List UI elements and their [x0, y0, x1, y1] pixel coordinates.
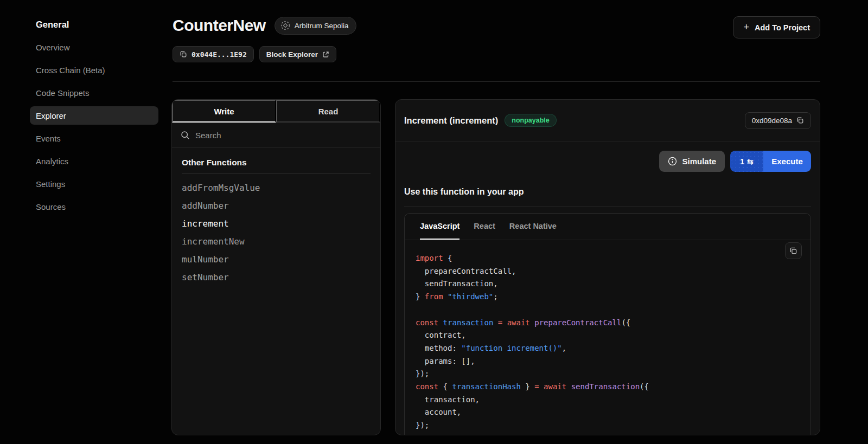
function-item-incrementnew[interactable]: incrementNew [182, 236, 371, 247]
sidebar-item-sources[interactable]: Sources [30, 197, 158, 216]
function-selector-chip[interactable]: 0xd09de08a [745, 112, 811, 129]
functions-panel: WriteRead Other Functions addFromMsgValu… [171, 99, 381, 435]
function-selector-label: 0xd09de08a [752, 117, 792, 125]
sidebar: General OverviewCross Chain (Beta)Code S… [0, 0, 163, 444]
plus-icon: + [743, 22, 749, 33]
search-icon [181, 131, 190, 140]
code-line: }); [416, 368, 797, 381]
contract-address-chip[interactable]: 0x044E...1E92 [173, 46, 254, 62]
code-line [416, 304, 797, 317]
add-to-project-button[interactable]: + Add To Project [733, 16, 820, 38]
queue-count: 1 [740, 157, 744, 166]
function-item-mulnumber[interactable]: mulNumber [182, 254, 371, 265]
code-line: params: [], [416, 355, 797, 368]
function-detail-header: Increment (increment) nonpayable 0xd09de… [395, 100, 820, 141]
code-line: prepareContractCall, [416, 265, 797, 278]
page-title: CounterNew [173, 16, 266, 35]
sidebar-heading: General [36, 20, 69, 30]
usage-divider [404, 206, 811, 207]
function-search-row [172, 123, 380, 148]
execute-button[interactable]: Execute [763, 151, 811, 172]
copy-icon [180, 50, 187, 58]
sidebar-item-explorer[interactable]: Explorer [30, 106, 158, 125]
code-tab-react-native[interactable]: React Native [509, 214, 557, 240]
code-line: transaction, [416, 394, 797, 407]
arbitrum-network-icon [280, 21, 290, 30]
execute-button-group: 1 ⇆ Execute [730, 151, 811, 172]
info-icon [668, 157, 677, 166]
tab-write[interactable]: Write [172, 100, 276, 123]
code-line: } from "thirdweb"; [416, 291, 797, 304]
code-language-tabs: JavaScriptReactReact Native [405, 214, 810, 240]
mutability-badge: nonpayable [505, 114, 556, 127]
simulate-button[interactable]: Simulate [659, 151, 725, 172]
sidebar-item-cross-chain-beta[interactable]: Cross Chain (Beta) [30, 61, 158, 79]
code-line: account, [416, 406, 797, 419]
function-detail-panel: Increment (increment) nonpayable 0xd09de… [395, 99, 820, 435]
code-tab-javascript[interactable]: JavaScript [420, 214, 459, 240]
sidebar-item-settings[interactable]: Settings [30, 175, 158, 193]
function-item-addnumber[interactable]: addNumber [182, 201, 371, 211]
actions-row: Simulate 1 ⇆ Execute [395, 141, 820, 172]
function-title: Increment (increment) [404, 115, 498, 126]
code-line: contract, [416, 329, 797, 342]
execute-label: Execute [771, 157, 803, 166]
queue-count-badge[interactable]: 1 ⇆ [730, 151, 763, 172]
code-tab-react[interactable]: React [474, 214, 495, 240]
sidebar-nav: OverviewCross Chain (Beta)Code SnippetsE… [30, 38, 158, 220]
simulate-label: Simulate [682, 157, 716, 166]
write-read-tabs: WriteRead [172, 100, 380, 123]
sidebar-item-analytics[interactable]: Analytics [30, 152, 158, 170]
network-badge[interactable]: Arbitrum Sepolia [275, 17, 357, 35]
code-line: import { [416, 252, 797, 265]
code-line: method: "function increment()", [416, 342, 797, 355]
other-functions-divider [182, 173, 371, 174]
other-functions-heading: Other Functions [182, 158, 371, 168]
code-line: const { transactionHash } = await sendTr… [416, 381, 797, 394]
contract-explorer-page: General OverviewCross Chain (Beta)Code S… [0, 0, 868, 444]
header-pills-row: 0x044E...1E92 Block Explorer [173, 46, 336, 62]
swap-arrows-icon: ⇆ [747, 157, 754, 166]
function-item-increment[interactable]: increment [182, 218, 371, 229]
copy-icon [796, 117, 804, 124]
sidebar-item-overview[interactable]: Overview [30, 38, 158, 56]
code-snippet-card: JavaScriptReactReact Native import { pre… [404, 213, 811, 435]
block-explorer-label: Block Explorer [266, 50, 318, 59]
title-row: CounterNew Arbitrum Sepolia [173, 16, 356, 35]
add-to-project-label: Add To Project [755, 23, 810, 32]
code-line: const transaction = await prepareContrac… [416, 317, 797, 330]
code-line: sendTransaction, [416, 278, 797, 291]
copy-icon [789, 247, 797, 255]
function-item-addfrommsgvalue[interactable]: addFromMsgValue [182, 183, 371, 193]
code-line: }); [416, 419, 797, 432]
functions-section: Other Functions addFromMsgValueaddNumber… [172, 148, 380, 300]
usage-heading: Use this function in your app [404, 187, 811, 197]
external-link-icon [322, 51, 329, 58]
tab-read[interactable]: Read [276, 100, 380, 123]
function-list: addFromMsgValueaddNumberincrementincreme… [182, 183, 371, 282]
code-snippet: import { prepareContractCall, sendTransa… [416, 252, 797, 432]
block-explorer-chip[interactable]: Block Explorer [259, 46, 336, 62]
sidebar-item-events[interactable]: Events [30, 129, 158, 147]
header-divider [173, 81, 820, 82]
search-input[interactable] [195, 131, 372, 140]
code-area: import { prepareContractCall, sendTransa… [405, 240, 810, 432]
contract-address-label: 0x044E...1E92 [192, 50, 247, 59]
function-item-setnumber[interactable]: setNumber [182, 272, 371, 282]
copy-code-button[interactable] [785, 242, 802, 259]
sidebar-item-code-snippets[interactable]: Code Snippets [30, 83, 158, 102]
network-badge-label: Arbitrum Sepolia [295, 22, 349, 30]
